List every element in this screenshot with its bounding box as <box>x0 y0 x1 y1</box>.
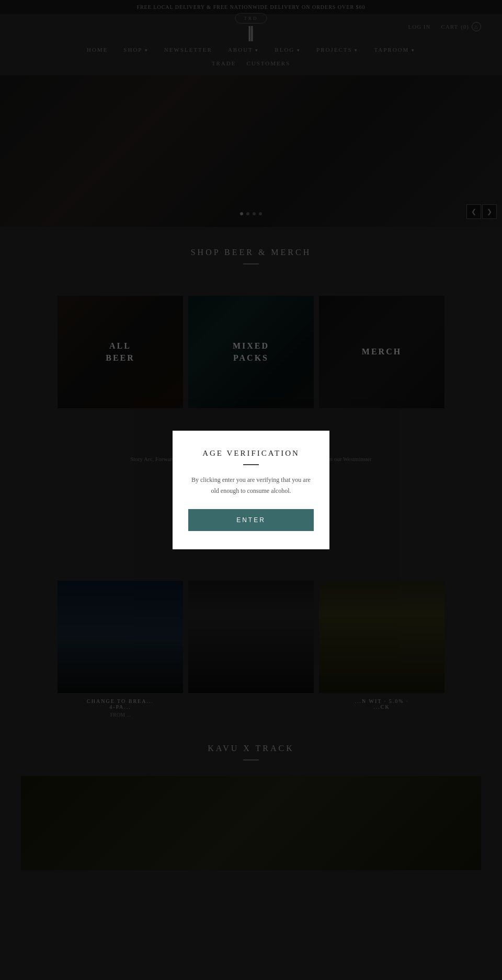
age-modal-divider <box>243 464 259 465</box>
age-modal-title: AGE VERIFICATION <box>188 449 314 458</box>
age-enter-button[interactable]: ENTER <box>188 509 314 531</box>
age-verification-modal: AGE VERIFICATION By clicking enter you a… <box>173 431 329 549</box>
age-modal-text: By clicking enter you are verifying that… <box>188 475 314 496</box>
page-overlay: AGE VERIFICATION By clicking enter you a… <box>0 0 502 980</box>
